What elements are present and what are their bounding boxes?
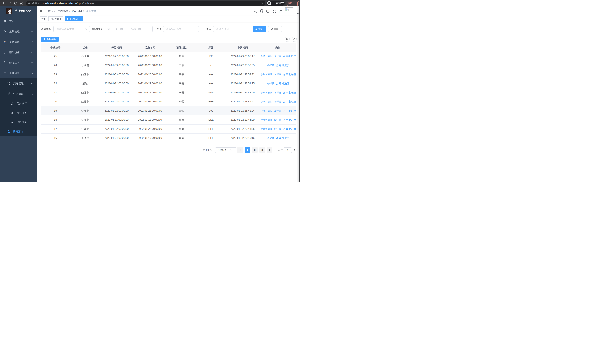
svg-text:¥: ¥: [4, 41, 6, 44]
svg-text:/bpm/oa/leave: /bpm/oa/leave: [77, 2, 94, 5]
svg-text:/: /: [83, 10, 84, 13]
svg-text:-: -: [128, 28, 129, 30]
svg-text:dashboard.yudao.iocoder.cn: dashboard.yudao.iocoder.cn: [43, 2, 77, 5]
svg-text:/: /: [54, 10, 55, 13]
svg-text:10: 10: [218, 149, 221, 151]
svg-text:T: T: [280, 10, 282, 13]
svg-text:?: ?: [267, 10, 269, 12]
svg-text:OA: OA: [72, 10, 76, 13]
svg-text:/: /: [69, 10, 70, 13]
svg-text:/: /: [224, 149, 225, 151]
svg-text:23: 23: [206, 149, 210, 151]
